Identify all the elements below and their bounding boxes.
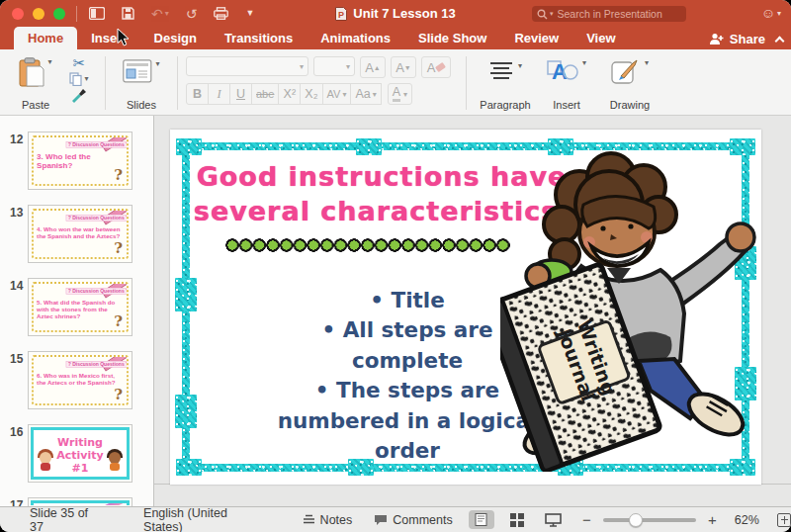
search-input[interactable] xyxy=(556,7,672,21)
question-mark-decoration: ? xyxy=(114,312,123,330)
slide-zone: Good instructions have several character… xyxy=(154,116,791,485)
card-text: 3. Who led the Spanish? xyxy=(34,152,126,171)
insert-caret-icon[interactable]: ▾ xyxy=(582,58,586,67)
tab-slide-show[interactable]: Slide Show xyxy=(404,27,500,49)
paragraph-caret-icon[interactable]: ▾ xyxy=(518,61,522,70)
italic-button[interactable]: I xyxy=(208,83,230,105)
slideshow-view-button[interactable] xyxy=(541,510,567,529)
slide-number: 15 xyxy=(0,351,28,409)
font-size-combo[interactable]: ▾ xyxy=(313,56,355,76)
paragraph-icon[interactable] xyxy=(488,61,514,81)
slide-thumbnail[interactable]: ? Discussion Questions ? 4. Who won the … xyxy=(28,205,132,263)
insert-shapes-icon[interactable]: A xyxy=(547,58,578,84)
superscript-button[interactable]: X² xyxy=(278,83,301,105)
thumbnail-row-16: 16 Writing Activity #1 xyxy=(0,424,153,483)
window-title: Unit 7 Lesson 13 xyxy=(353,6,455,21)
partial-card xyxy=(31,500,130,505)
tab-review[interactable]: Review xyxy=(500,27,572,49)
toggle-sidebar-icon[interactable] xyxy=(89,7,105,20)
font-color-button[interactable]: A▾ xyxy=(388,83,412,105)
slide-thumbnail[interactable]: Writing Activity #1 xyxy=(28,424,132,483)
slide-thumbnail[interactable]: ? Discussion Questions ? 3. Who led the … xyxy=(28,132,132,190)
font-group: ▾ ▾ A▲ A▼ A B I U abe X² X₂ AV▾ Aa▾ A▾ xyxy=(186,53,458,115)
tab-animations[interactable]: Animations xyxy=(307,27,404,49)
grow-font-button[interactable]: A▲ xyxy=(360,56,386,78)
slideshow-icon xyxy=(545,513,562,527)
zoom-window-button[interactable] xyxy=(53,8,65,20)
frame-tape xyxy=(176,138,202,155)
bold-button[interactable]: B xyxy=(186,83,209,105)
copy-caret-icon[interactable]: ▾ xyxy=(84,74,88,83)
undo-icon[interactable]: ↶▾ xyxy=(151,7,169,21)
search-box[interactable]: ▾ xyxy=(532,6,686,22)
slide-thumbnail[interactable]: ? Discussion Questions ? 6. Who was in M… xyxy=(28,351,132,409)
add-person-icon xyxy=(709,33,725,45)
drawing-group: ▾ Drawing xyxy=(597,53,662,115)
slide-thumbnail[interactable]: ? Discussion Questions ? 5. What did the… xyxy=(28,278,132,336)
slide-number: 13 xyxy=(0,205,28,263)
collapse-ribbon-icon[interactable] xyxy=(775,36,785,45)
share-button[interactable]: Share xyxy=(709,32,783,46)
zoom-slider[interactable] xyxy=(603,518,696,522)
tab-home[interactable]: Home xyxy=(14,27,77,49)
slide-canvas[interactable]: Good instructions have several character… xyxy=(170,130,761,485)
drawing-label: Drawing xyxy=(610,99,650,115)
zoom-in-button[interactable]: + xyxy=(708,511,717,528)
close-window-button[interactable] xyxy=(12,8,24,20)
search-scope-caret-icon[interactable]: ▾ xyxy=(550,10,554,18)
fit-slide-to-window-button[interactable] xyxy=(777,513,791,527)
cut-icon[interactable]: ✂ xyxy=(73,55,86,72)
editing-workspace: Good instructions have several character… xyxy=(154,116,791,506)
notes-button[interactable]: Notes xyxy=(303,513,353,527)
tab-transitions[interactable]: Transitions xyxy=(211,27,307,49)
new-slide-caret-icon[interactable]: ▾ xyxy=(155,59,159,68)
drawing-caret-icon[interactable]: ▾ xyxy=(645,58,649,67)
zoom-level[interactable]: 62% xyxy=(735,513,759,527)
clear-formatting-button[interactable]: A xyxy=(421,56,451,78)
question-card: ? Discussion Questions ? 3. Who led the … xyxy=(32,135,129,186)
card-text: 4. Who won the war between the Spanish a… xyxy=(34,225,126,239)
new-slide-icon[interactable] xyxy=(123,59,152,83)
feedback-smiley-icon[interactable]: ☺▾ xyxy=(761,5,781,21)
subscript-button[interactable]: X₂ xyxy=(300,83,322,105)
strikethrough-button[interactable]: abe xyxy=(251,83,279,105)
clipboard-tools: ✂ ▾ xyxy=(61,53,97,115)
minimize-window-button[interactable] xyxy=(33,8,44,20)
slide-number: 16 xyxy=(0,424,28,483)
slide-sorter-view-button[interactable] xyxy=(504,510,530,529)
copy-icon[interactable]: ▾ xyxy=(69,72,88,86)
card-header: ? Discussion Questions ? xyxy=(66,288,129,295)
slide-number: 14 xyxy=(0,278,28,336)
language-button[interactable]: English (United States) xyxy=(143,506,263,532)
normal-view-button[interactable] xyxy=(469,510,494,529)
toolbar-more-icon[interactable]: ▼ xyxy=(245,9,254,18)
thumbnail-row-14: 14 ? Discussion Questions ? 5. What did … xyxy=(0,278,153,336)
comments-button[interactable]: Comments xyxy=(374,513,452,527)
drawing-icon[interactable] xyxy=(611,58,641,85)
font-name-combo[interactable]: ▾ xyxy=(186,56,308,76)
zoom-slider-handle[interactable] xyxy=(629,513,643,527)
group-separator xyxy=(105,56,106,110)
print-icon[interactable] xyxy=(214,7,228,20)
tab-view[interactable]: View xyxy=(572,27,629,49)
character-spacing-button[interactable]: AV▾ xyxy=(322,83,352,105)
paste-label: Paste xyxy=(22,99,49,115)
paste-clipboard-icon[interactable] xyxy=(19,57,44,88)
underline-button[interactable]: U xyxy=(229,83,252,105)
tab-insert[interactable]: Insert xyxy=(77,27,139,49)
shrink-font-button[interactable]: A▼ xyxy=(391,56,416,78)
zoom-out-button[interactable]: − xyxy=(582,511,591,528)
undo-caret-icon[interactable]: ▾ xyxy=(165,10,169,18)
change-case-button[interactable]: Aa▾ xyxy=(350,83,381,105)
thumbnail-row-13: 13 ? Discussion Questions ? 4. Who won t… xyxy=(0,205,153,263)
tab-design[interactable]: Design xyxy=(140,27,211,49)
share-label: Share xyxy=(730,32,765,46)
document-icon: P xyxy=(335,7,347,21)
format-painter-icon[interactable] xyxy=(71,88,87,103)
redo-icon[interactable]: ↺ xyxy=(186,7,198,21)
status-bar: Slide 35 of 37 English (United States) N… xyxy=(0,506,791,532)
search-icon xyxy=(537,9,548,20)
paste-caret-icon[interactable]: ▾ xyxy=(47,57,51,66)
card-text: 6. Who was in Mexico first, the Aztecs o… xyxy=(34,372,126,386)
save-icon[interactable] xyxy=(122,7,134,20)
